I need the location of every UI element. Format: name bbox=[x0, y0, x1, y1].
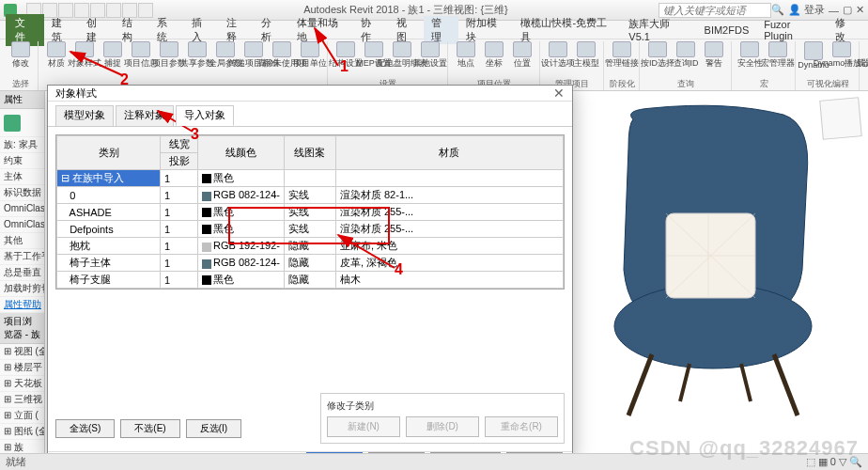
table-row[interactable]: 01RGB 082-124-实线渲染材质 82-1... bbox=[57, 187, 564, 204]
svg-line-4 bbox=[774, 354, 798, 415]
ribbon-button[interactable]: 安全性 bbox=[736, 41, 763, 70]
tree-item[interactable]: ⊞ 天花板 bbox=[0, 376, 44, 392]
tree-item[interactable]: ⊞ 三维视 bbox=[0, 392, 44, 408]
ribbon-group-label: 可视化编程 bbox=[807, 78, 849, 90]
tree-item[interactable]: ⊞ 视图 (全 bbox=[0, 344, 44, 360]
new-button[interactable]: 新建(N) bbox=[327, 416, 400, 437]
family-type[interactable]: 族: 家具 bbox=[0, 137, 44, 153]
tab-annotation[interactable]: 注释对象 bbox=[116, 105, 174, 126]
col-linepattern[interactable]: 线图案 bbox=[284, 136, 335, 170]
menu-item[interactable]: 结构 bbox=[115, 16, 149, 44]
ribbon-button[interactable]: 对象样式 bbox=[71, 41, 98, 70]
select-none-button[interactable]: 不选(E) bbox=[120, 419, 179, 438]
menu-item[interactable]: BIM2FDS bbox=[697, 24, 757, 36]
menu-item[interactable]: 创建 bbox=[79, 16, 114, 44]
maximize-icon[interactable]: ▢ bbox=[843, 4, 852, 16]
col-material[interactable]: 材质 bbox=[335, 136, 563, 170]
annotation-3: 3 bbox=[191, 126, 199, 143]
menu-item[interactable]: 建筑 bbox=[44, 16, 79, 44]
ribbon-button[interactable]: 查询ID bbox=[673, 41, 699, 70]
ribbon-button[interactable]: 地点 bbox=[453, 41, 479, 70]
col-category[interactable]: 类别 bbox=[57, 136, 161, 170]
menu-item[interactable]: 分析 bbox=[254, 16, 288, 44]
menu-item[interactable]: 体量和场地 bbox=[289, 16, 354, 44]
property-row[interactable]: 基于工作平面 bbox=[0, 249, 44, 265]
tab-import[interactable]: 导入对象 bbox=[176, 105, 234, 126]
ribbon-button[interactable]: 清除未使用项 bbox=[269, 41, 295, 70]
ribbon-button[interactable]: 位置 bbox=[509, 41, 535, 70]
ribbon-button[interactable]: 设计选项 bbox=[545, 41, 571, 70]
login-button[interactable]: 👤 登录 bbox=[788, 3, 825, 17]
select-all-button[interactable]: 全选(S) bbox=[55, 419, 115, 438]
tab-model[interactable]: 模型对象 bbox=[55, 105, 114, 126]
property-row[interactable]: 标识数据 bbox=[0, 185, 44, 201]
close-icon[interactable]: ✕ bbox=[856, 4, 864, 16]
menu-item[interactable]: 附加模块 bbox=[458, 16, 513, 44]
annotation-4: 4 bbox=[395, 261, 403, 278]
properties-panel: 属性 族: 家具 约束主体标识数据OmniClass 编OmniClass 标其… bbox=[0, 91, 45, 453]
annotation-1: 1 bbox=[340, 58, 349, 75]
menu-manage[interactable]: 管理 bbox=[424, 16, 458, 44]
rename-button[interactable]: 重命名(R) bbox=[485, 416, 558, 437]
menu-item[interactable]: 修改 bbox=[828, 16, 862, 44]
menu-item[interactable]: 族库大师V5.1 bbox=[621, 17, 696, 42]
categories-grid[interactable]: 类别 线宽 线颜色 线图案 材质 投影 ⊟ 在族中导入1黑色 01RGB 082… bbox=[55, 134, 565, 290]
menu-item[interactable]: Fuzor Plugin bbox=[756, 19, 828, 41]
modify-label: 修改子类别 bbox=[327, 400, 558, 413]
ribbon-button[interactable]: 项目单位 bbox=[297, 41, 323, 70]
tree-item[interactable]: ⊞ 立面 ( bbox=[0, 408, 44, 424]
ribbon-group-label: 阶段化 bbox=[610, 78, 635, 90]
ribbon-button[interactable]: 修改 bbox=[8, 41, 34, 70]
property-row[interactable]: OmniClass 标 bbox=[0, 217, 44, 233]
menu-item[interactable]: 橄榄山快模-免费工具 bbox=[513, 16, 621, 44]
table-row[interactable]: 椅子支腿1黑色隐藏柚木 bbox=[57, 272, 564, 289]
property-row[interactable]: 约束 bbox=[0, 153, 44, 169]
ribbon-button[interactable]: 按ID选择 bbox=[644, 41, 671, 70]
dialog-title: 对象样式 bbox=[55, 86, 97, 101]
delete-button[interactable]: 删除(D) bbox=[406, 416, 479, 437]
property-row[interactable]: 其他 bbox=[0, 233, 44, 249]
ribbon-button[interactable]: 材质 bbox=[43, 41, 70, 70]
ribbon-button[interactable]: 项目参数 bbox=[156, 41, 182, 70]
tree-item[interactable]: ⊞ 楼层平 bbox=[0, 360, 44, 376]
property-row[interactable]: OmniClass 编 bbox=[0, 201, 44, 217]
table-row[interactable]: ASHADE1黑色实线渲染材质 255-... bbox=[57, 204, 564, 221]
ribbon-button[interactable]: Dynamo播放器 bbox=[829, 41, 855, 70]
table-row[interactable]: 椅子主体1RGB 082-124-隐藏皮革, 深褐色 bbox=[57, 255, 564, 272]
properties-help-link[interactable]: 属性帮助 bbox=[0, 297, 44, 313]
menu-item[interactable]: 系统 bbox=[149, 16, 184, 44]
dialog-close-icon[interactable]: ✕ bbox=[553, 86, 565, 101]
ribbon-button[interactable]: 宏管理器 bbox=[765, 41, 791, 70]
property-row[interactable]: 主体 bbox=[0, 169, 44, 185]
menu-item[interactable]: 注释 bbox=[219, 16, 254, 44]
ribbon-button[interactable]: 管理链接 bbox=[609, 41, 635, 70]
ribbon-group-label: 选择 bbox=[12, 78, 29, 90]
infocenter-icon[interactable]: 🔍 bbox=[771, 4, 784, 16]
ribbon-button[interactable]: 主模型 bbox=[573, 41, 599, 70]
ribbon-button[interactable]: 其他设置 bbox=[417, 41, 443, 70]
property-row[interactable]: 加载时剪切的 bbox=[0, 281, 44, 297]
menu-item[interactable]: 视图 bbox=[389, 16, 424, 44]
menu-item[interactable]: 插入 bbox=[184, 16, 219, 44]
watermark: CSDN @qq_32824967 bbox=[629, 436, 859, 461]
ribbon-button[interactable]: 坐标 bbox=[481, 41, 507, 70]
ribbon-group-label: 宏 bbox=[760, 78, 768, 90]
menu-item[interactable]: 协作 bbox=[353, 16, 388, 44]
ribbon-button[interactable]: 配电盘明细表 bbox=[389, 41, 415, 70]
help-search-input[interactable] bbox=[659, 3, 771, 18]
ribbon-group-label: 查询 bbox=[677, 78, 694, 90]
col-linecolor[interactable]: 线颜色 bbox=[198, 136, 285, 170]
table-row[interactable]: 抱枕1RGB 192-192-隐藏亚麻布, 米色 bbox=[57, 238, 564, 255]
minimize-icon[interactable]: — bbox=[829, 5, 839, 16]
ribbon-button[interactable]: 捕捉 bbox=[100, 41, 126, 70]
property-row[interactable]: 总是垂直 bbox=[0, 265, 44, 281]
ribbon-button[interactable]: 项目信息 bbox=[128, 41, 154, 70]
table-row[interactable]: ⊟ 在族中导入1黑色 bbox=[57, 170, 564, 187]
ribbon-button[interactable]: 载入到项目 bbox=[864, 41, 868, 70]
table-row[interactable]: Defpoints1黑色实线渲染材质 255-... bbox=[57, 221, 564, 238]
ribbon-button[interactable]: 共享参数 bbox=[184, 41, 210, 70]
ribbon-button[interactable]: 警告 bbox=[701, 41, 727, 70]
col-projection[interactable]: 投影 bbox=[161, 153, 198, 170]
invert-selection-button[interactable]: 反选(I) bbox=[186, 419, 241, 438]
tree-item[interactable]: ⊞ 图纸 (全 bbox=[0, 424, 44, 440]
